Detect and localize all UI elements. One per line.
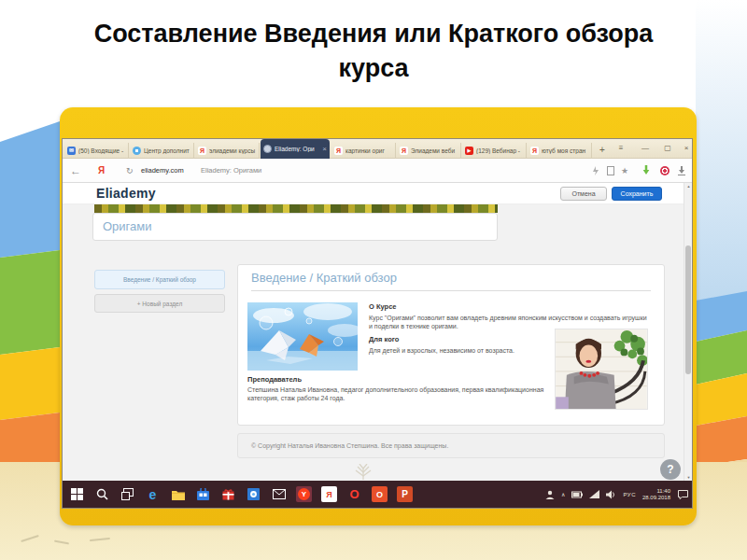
store-icon[interactable] (195, 486, 211, 502)
tab-inbox[interactable]: ✉ (50) Входящие - (64, 143, 129, 159)
tab-label: Eliademy: Ори (275, 146, 320, 152)
save-button[interactable]: Сохранить (612, 187, 662, 201)
course-title-field[interactable]: Оригами (92, 213, 498, 241)
teacher-title: Преподаватель (247, 375, 302, 384)
ornament-tree-icon (348, 464, 378, 480)
introduction-card: Введение / Краткий обзор (237, 264, 665, 426)
tab-eliademy-courses[interactable]: Я элиадеми курсы (195, 143, 260, 159)
volume-icon[interactable] (606, 490, 616, 499)
tab-eliademy-origami-active[interactable]: Eliademy: Ори × (261, 139, 330, 159)
download-icon[interactable] (677, 166, 686, 175)
search-icon[interactable] (94, 486, 110, 502)
site-header: Eliademy Отмена Сохранить (63, 183, 692, 204)
copyright-footer: © Copyright Наталья Ивановна Степшина. В… (237, 433, 665, 458)
tab-eliademy-webinar[interactable]: Я Элиадеми веби (397, 143, 461, 159)
tab-label: (129) Вебинар - (476, 147, 523, 154)
explorer-icon[interactable] (170, 486, 186, 502)
battery-icon[interactable] (571, 491, 583, 498)
sidebar-item-introduction[interactable]: Введение / Краткий обзор (94, 270, 225, 289)
turbo-icon[interactable] (591, 166, 600, 175)
task-view-icon[interactable] (120, 486, 135, 502)
mail-icon: ✉ (67, 147, 76, 155)
scroll-up-icon[interactable]: ▲ (684, 184, 692, 189)
origami-image (247, 302, 358, 371)
tray-date: 28.09.2018 (642, 495, 670, 501)
minimize-button[interactable]: — (638, 139, 653, 159)
mail-app-icon[interactable] (271, 486, 287, 502)
savefrom-arrow-icon[interactable] (641, 165, 651, 175)
help-button[interactable]: ? (660, 459, 681, 480)
back-icon[interactable]: ← (70, 159, 81, 183)
section-heading: Введение / Краткий обзор (251, 271, 397, 285)
tab-label: картинки ориг (345, 147, 392, 154)
teacher-text: Степшина Наталья Ивановна, педагог допол… (247, 385, 548, 402)
menu-icon[interactable]: ≡ (613, 139, 628, 159)
course-cover-strip (94, 204, 498, 213)
yandex-icon: Я (400, 147, 408, 155)
eliademy-icon (263, 145, 272, 153)
cancel-button[interactable]: Отмена (560, 187, 607, 201)
tab-youtube-page[interactable]: Я ютуб моя стран (528, 143, 592, 159)
yandex-logo-icon[interactable]: Я (98, 159, 105, 183)
yandex-icon: Я (530, 147, 539, 155)
desktop-screenshot: ✉ (50) Входящие - Центр дополнит Я элиад… (62, 138, 693, 509)
reload-icon[interactable]: ↻ (126, 159, 134, 183)
powerpoint-icon[interactable]: P (397, 486, 413, 502)
network-icon[interactable] (589, 490, 599, 498)
new-section-button[interactable]: + Новый раздел (94, 294, 225, 313)
action-center-icon[interactable] (678, 490, 688, 499)
url-page-title: Eliademy: Оригами (201, 159, 261, 183)
gift-app-icon[interactable] (220, 486, 236, 502)
teacher-photo (555, 329, 648, 410)
start-button[interactable] (69, 486, 85, 502)
divider (251, 290, 651, 291)
tab-label: (50) Входящие - (78, 147, 125, 154)
photos-icon[interactable] (246, 486, 261, 502)
clock[interactable]: 11:40 28.09.2018 (642, 488, 670, 501)
eliademy-logo[interactable]: Eliademy (96, 186, 156, 201)
scroll-down-icon[interactable]: ▼ (684, 475, 692, 480)
page-scrollbar[interactable]: ▲ ▼ (684, 183, 692, 481)
yandex-icon: Я (334, 147, 343, 155)
yandex-y-glyph: Y (298, 488, 310, 500)
about-title: О Курсе (369, 302, 649, 311)
close-button[interactable]: × (679, 139, 694, 159)
red-app-icon[interactable]: O (372, 486, 388, 502)
yandex-icon: Я (198, 147, 206, 155)
tab-label: элиадеми курсы (209, 147, 256, 154)
slide-title: Составление Введения или Краткого обзора… (65, 17, 682, 86)
maximize-button[interactable]: ▢ (660, 139, 675, 159)
address-bar: ← Я ↻ eliademy.com Eliademy: Оригами ★ (63, 159, 692, 183)
yandex-app-icon[interactable]: Я (321, 486, 337, 502)
url-text[interactable]: eliademy.com (141, 159, 184, 183)
system-tray: ∧ РУС 11:40 28.09.2018 (539, 481, 688, 508)
bookmark-star-icon[interactable]: ★ (621, 159, 628, 183)
tray-time: 11:40 (642, 488, 670, 495)
scrollbar-thumb[interactable] (685, 245, 691, 374)
extension-red-icon[interactable] (660, 166, 669, 175)
youtube-icon: ▶ (465, 147, 473, 155)
language-indicator[interactable]: РУС (623, 492, 636, 497)
edge-icon[interactable]: e (145, 486, 161, 502)
page-mode-icon[interactable] (606, 166, 615, 175)
course-title: Оригами (103, 214, 497, 240)
tab-youtube-webinar[interactable]: ▶ (129) Вебинар - (462, 143, 527, 159)
presentation-slide: Составление Введения или Краткого обзора… (0, 0, 747, 560)
tab-origami-pictures[interactable]: Я картинки ориг (331, 143, 396, 159)
chevron-up-icon[interactable]: ∧ (561, 491, 565, 497)
windows-taskbar: e (63, 481, 692, 508)
tab-close-icon[interactable]: × (322, 145, 327, 153)
eliademy-page: Eliademy Отмена Сохранить Оригами Введен… (63, 183, 692, 481)
globe-icon (133, 147, 141, 155)
new-tab-button[interactable]: + (595, 143, 610, 158)
tab-center[interactable]: Центр дополнит (130, 143, 194, 159)
tab-label: Центр дополнит (144, 147, 190, 154)
opera-icon[interactable]: O (346, 486, 362, 502)
tab-label: Элиадеми веби (411, 147, 458, 154)
tab-label: ютуб моя стран (542, 147, 588, 154)
people-icon[interactable] (545, 490, 555, 499)
browser-tabstrip: ✉ (50) Входящие - Центр дополнит Я элиад… (63, 139, 692, 159)
yandex-browser-icon[interactable]: Y (296, 486, 312, 502)
